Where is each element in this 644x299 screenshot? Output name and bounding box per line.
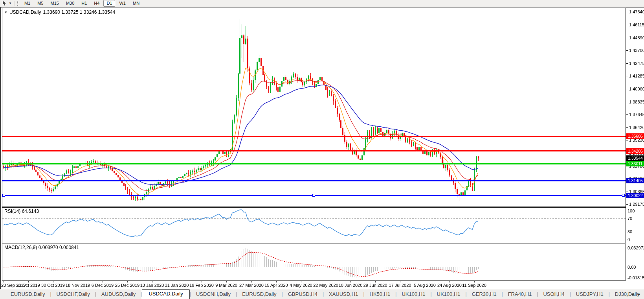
tab-item-xauusd-h1[interactable]: XAUUSD,H1 [324,290,363,299]
resistance-line-1.35606[interactable] [2,136,626,137]
price-tick-label: 1.29175 [629,202,644,207]
tab-item-eurusd-daily[interactable]: EURUSD,Daily [6,290,50,299]
tab-item-usdjpy-h1[interactable]: USDJPY,H1 [571,290,609,299]
rsi-axis-label: 30 [627,229,632,234]
date-label: 17 Jul 2020 [389,283,411,288]
timeframe-button-m30[interactable]: M30 [63,0,77,7]
chart-symbol-label: USDCAD,Daily [9,9,41,15]
main-chart-pane[interactable] [2,8,626,207]
date-label: 6 Dec 2019 [92,283,114,288]
chart-tabs: EURUSD,Daily|USDCHF,Daily|AUDUSD,Daily|U… [0,289,644,299]
rsi-label: RSI(14) 64.6143 [4,209,39,214]
date-label: 31 Jan 2020 [165,283,189,288]
tab-item-eurusd-daily[interactable]: EURUSD,Daily [237,290,281,299]
current-price-line [2,158,626,158]
date-tick-mark [103,281,103,282]
cursor-tool-icon[interactable] [2,1,8,6]
price-tick-mark [626,140,628,140]
price-tick-mark [626,25,628,25]
tab-item-uk100-h1[interactable]: UK100,H1 [432,290,466,299]
date-label: 11 Sep 2020 [462,283,486,288]
tab-item-audusd-daily[interactable]: AUDUSD,Daily [96,290,141,299]
date-tick-mark [152,281,152,282]
date-tick-mark [53,281,53,282]
price-tag: 1.35606 [626,133,644,139]
price-tick-mark [626,89,628,89]
tab-item-usoil-h4[interactable]: USOil,H4 [538,290,569,299]
tab-separator: | [626,292,627,297]
price-tick-mark [626,102,628,102]
date-tick-mark [251,281,252,282]
support-line-1.31405[interactable] [2,180,626,181]
tab-scroll-arrows: | ◄ ► [626,289,641,299]
tab-item-ger30-h1[interactable]: GER30,H1 [467,290,502,299]
tab-item-usdcnh-daily[interactable]: USDCNH,Daily [191,290,236,299]
date-label: 30 Oct 2019 [41,283,65,288]
chart-ohlc-values: 1.33690 1.33725 1.33246 1.33544 [43,9,116,15]
macd-axis-min-label: -0.018154 [627,275,644,280]
macd-label: MACD(12,26,9) 0.003970 0.000841 [4,245,79,250]
price-tick-label: 1.37645 [629,112,644,117]
toolbar-grip[interactable] [17,1,18,6]
timeframe-button-w1[interactable]: W1 [116,0,129,7]
top-toolbar: ▼ M1M5M15M30H1H4D1W1MN [0,0,644,7]
price-tick-mark [626,12,628,12]
price-tag: 1.34206 [626,148,644,154]
price-tick-label: 1.46115 [629,22,644,27]
price-tick-label: 1.42475 [629,61,644,66]
date-label: 15 Apr 2020 [264,283,288,288]
price-tick-mark [626,127,628,128]
price-tick-mark [626,63,628,64]
date-label: 13 Jan 2020 [140,283,164,288]
dropdown-caret-icon[interactable]: ▼ [9,2,12,5]
date-tick-mark [375,281,376,282]
rsi-pane[interactable] [2,207,626,243]
price-tag: 1.33011 [626,161,644,166]
timeframe-button-m5[interactable]: M5 [34,0,46,7]
date-tick-mark [4,281,4,282]
date-tick-mark [326,281,326,282]
timeframe-button-m1[interactable]: M1 [21,0,33,7]
timeframe-button-d1[interactable]: D1 [103,0,115,7]
price-tag: 1.31405 [626,178,644,183]
selection-handle[interactable] [622,194,625,197]
tab-item-fra40-h1[interactable]: FRA40,H1 [503,290,537,299]
price-tick-label: 1.36420 [629,125,644,130]
tab-item-uk100-h1[interactable]: UK100,H1 [396,290,430,299]
tab-item-hk50-h1[interactable]: HK50,H1 [365,290,396,299]
resistance-line-1.34206[interactable] [2,150,626,151]
date-label: 5 Aug 2020 [414,283,436,288]
timeframe-button-h4[interactable]: H4 [91,0,103,7]
date-tick-mark [474,281,475,282]
date-label: 9 Mar 2020 [215,283,237,288]
price-tag: 1.33544 [626,155,644,161]
tabs-scroll-left-button[interactable]: ◄ [631,292,634,296]
timeframe-toolbar: M1M5M15M30H1H4D1W1MN [21,0,143,7]
macd-pane[interactable] [2,244,626,281]
timeframe-button-m15[interactable]: M15 [47,0,62,7]
timeframe-button-mn[interactable]: MN [130,0,143,7]
date-tick-mark [350,281,351,282]
macd-axis-max-label: 0.032972 [627,245,644,250]
mt4-window: ▼ M1M5M15M30H1H4D1W1MN ▼ USDCAD,Daily 1.… [0,0,644,299]
price-tick-label: 1.47340 [629,9,644,14]
date-tick-mark [226,281,227,282]
support-line-1.33011[interactable] [2,163,626,164]
date-tick-mark [425,281,425,282]
selection-handle[interactable] [2,194,5,197]
rsi-axis-label: 70 [627,216,632,221]
price-tick-label: 1.40060 [629,87,644,91]
tabs-scroll-right-button[interactable]: ► [637,292,641,296]
date-label: 18 Nov 2019 [66,283,90,288]
title-dropdown-icon[interactable]: ▼ [4,11,7,14]
tab-item-usdcad-daily[interactable]: USDCAD,Daily [142,289,189,299]
price-tick-mark [626,38,628,38]
date-tick-mark [28,281,29,282]
tab-item-usdchf-daily[interactable]: USDCHF,Daily [51,290,95,299]
tab-item-gbpusd-h4[interactable]: GBPUSD,H4 [283,290,323,299]
macd-axis-zero-label: 0.00 [627,265,636,269]
timeframe-button-h1[interactable]: H1 [78,0,90,7]
selection-handle[interactable] [312,194,315,197]
date-tick-mark [450,281,450,282]
date-label: 27 Mar 2020 [239,283,264,288]
